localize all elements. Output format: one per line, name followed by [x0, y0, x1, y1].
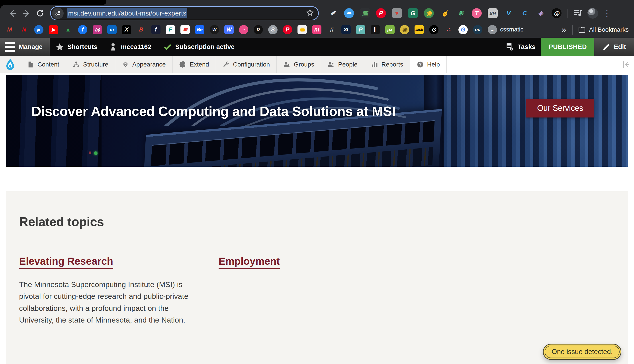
hand-cursor-extension-icon[interactable]: ☝ — [440, 8, 450, 18]
grammarly-extension-icon[interactable]: G — [408, 8, 418, 18]
colorzilla-extension-icon[interactable]: C — [520, 8, 530, 18]
menu-collapse-button[interactable] — [618, 56, 634, 73]
red-waves-favicon[interactable]: ≋ — [180, 25, 190, 34]
browser-menu-icon[interactable]: ⋮ — [601, 9, 613, 17]
employment-link[interactable]: Employment — [218, 255, 280, 267]
globe-gray-favicon[interactable]: S — [268, 25, 278, 34]
manage-label: Manage — [18, 43, 42, 50]
screenshot-extension-icon[interactable]: ▣ — [360, 8, 370, 18]
back-button[interactable] — [6, 6, 20, 20]
menu-item-help[interactable]: Help — [410, 56, 447, 73]
reload-button[interactable] — [33, 6, 47, 20]
url-text[interactable]: msi.dev.umn.edu/about-msi/our-experts — [67, 8, 187, 18]
appearance-icon — [122, 61, 129, 68]
config-icon — [222, 61, 230, 68]
storytel-favicon[interactable]: St — [342, 25, 351, 34]
w-dark-favicon[interactable]: W — [210, 25, 219, 34]
shopping-bag-favicon[interactable]: ▣ — [298, 25, 307, 34]
tasks-button[interactable]: Tasks — [500, 38, 541, 56]
camera-extension-icon[interactable]: ◎ — [552, 8, 562, 18]
f-italic-favicon[interactable]: f — [151, 25, 160, 34]
w-blue-favicon[interactable]: W — [224, 25, 234, 34]
shortcuts-label: Shortcuts — [68, 43, 97, 50]
profile-avatar[interactable] — [588, 8, 598, 18]
tasks-icon — [505, 42, 514, 52]
menu-item-appearance[interactable]: Appearance — [115, 56, 173, 73]
pen-nib-extension-icon[interactable]: ✒ — [344, 8, 354, 18]
bookmark-star-icon[interactable] — [306, 9, 314, 18]
facebook-favicon[interactable]: f — [78, 25, 87, 34]
browser-chrome: msi.dev.umn.edu/about-msi/our-experts ✐✒… — [0, 0, 634, 22]
lighthouse-extension-icon[interactable]: ◉ — [424, 8, 434, 18]
dribbble-favicon[interactable]: ◔ — [239, 25, 248, 34]
edit-button[interactable]: Edit — [594, 38, 634, 56]
x-favicon[interactable]: X — [122, 25, 131, 34]
google-drive-favicon[interactable]: ▲ — [64, 25, 73, 34]
bookmark-clip-extension-icon[interactable]: ▼ — [392, 8, 402, 18]
netflix-favicon[interactable]: N — [20, 25, 29, 34]
colorful-b-favicon[interactable]: B — [136, 25, 146, 34]
manage-button[interactable]: Manage — [0, 38, 50, 56]
shield-yellow-favicon[interactable]: ◉ — [400, 25, 409, 34]
our-services-button[interactable]: Our Services — [526, 99, 594, 118]
issue-toast[interactable]: One issue detected. — [543, 344, 621, 360]
f-teal-favicon[interactable]: F — [166, 25, 175, 34]
bookmarks-bar: MN▶▶▲f◎inXBfF≋BēWW◔DSP▣m▯StP▌px◉IMDb⊙∴Go… — [0, 22, 634, 38]
px-green-favicon[interactable]: px — [385, 25, 394, 34]
pinterest-favicon[interactable]: P — [283, 25, 292, 34]
bookmark-cssmatic[interactable]: ◒ cssmatic — [488, 25, 524, 34]
related-topics-section: Related topics Elevating Research The Mi… — [6, 191, 628, 364]
forward-button[interactable] — [20, 6, 33, 20]
drupal-home-button[interactable] — [0, 56, 20, 73]
menu-item-structure[interactable]: Structure — [66, 56, 115, 73]
instagram-favicon[interactable]: ◎ — [93, 25, 102, 34]
edit-label: Edit — [614, 43, 626, 50]
menu-item-reports[interactable]: Reports — [364, 56, 410, 73]
bh-extension-icon[interactable]: BH — [488, 8, 498, 18]
shortcuts-button[interactable]: Shortcuts — [50, 38, 103, 56]
behance-favicon[interactable]: Bē — [195, 25, 204, 34]
google-g-favicon[interactable]: G — [458, 25, 468, 34]
username-label: mcca1162 — [121, 43, 151, 50]
related-topic-column: Employment — [218, 255, 280, 326]
imdb-favicon[interactable]: IMDb — [414, 25, 424, 34]
vimeo-extension-icon[interactable]: V — [504, 8, 514, 18]
pink-t-extension-icon[interactable]: T — [472, 8, 482, 18]
d-dark-favicon[interactable]: D — [254, 25, 263, 34]
drupal-logo-icon — [4, 58, 16, 71]
linkedin-favicon[interactable]: in — [107, 25, 116, 34]
media-controls-icon[interactable] — [573, 8, 582, 18]
drupal-admin-toolbar: Manage Shortcuts mcca1162 Subscription a… — [0, 38, 634, 56]
browser-toolbar: msi.dev.umn.edu/about-msi/our-experts ✐✒… — [0, 5, 634, 22]
checkmark-icon — [163, 42, 172, 52]
elevating-research-link[interactable]: Elevating Research — [19, 255, 113, 267]
ghost-outline-favicon[interactable]: ▯ — [327, 25, 336, 34]
menu-item-extend[interactable]: Extend — [173, 56, 216, 73]
user-account-button[interactable]: mcca1162 — [103, 38, 157, 56]
asana-favicon[interactable]: ∴ — [444, 25, 453, 34]
owl-favicon[interactable]: oo — [473, 25, 482, 34]
gmail-favicon[interactable]: M — [5, 25, 14, 34]
site-settings-icon[interactable] — [52, 8, 64, 19]
all-bookmarks-button[interactable]: All Bookmarks — [578, 26, 629, 34]
address-bar[interactable]: msi.dev.umn.edu/about-msi/our-experts — [50, 6, 319, 20]
play-circle-favicon[interactable]: ▶ — [34, 25, 44, 34]
eyedropper-extension-icon[interactable]: ✐ — [328, 8, 338, 18]
people-icon — [328, 61, 335, 68]
menu-item-people[interactable]: People — [321, 56, 364, 73]
power-favicon[interactable]: ⊙ — [429, 25, 438, 34]
menu-item-content[interactable]: Content — [20, 56, 66, 73]
mantis-extension-icon[interactable]: ❋ — [456, 8, 466, 18]
youtube-favicon[interactable]: ▶ — [49, 25, 58, 34]
bookmarks-overflow-chevron[interactable]: » — [560, 26, 568, 34]
reports-icon — [371, 61, 378, 68]
menu-item-configuration[interactable]: Configuration — [216, 56, 277, 73]
medium-pink-favicon[interactable]: m — [312, 25, 322, 34]
ink-dark-favicon[interactable]: ▌ — [371, 25, 380, 34]
pinterest-extension-icon[interactable]: P — [376, 8, 386, 18]
menu-item-groups[interactable]: Groups — [277, 56, 321, 73]
diamond-eye-extension-icon[interactable]: ◈ — [536, 8, 546, 18]
p-teal-favicon[interactable]: P — [356, 25, 365, 34]
drupal-admin-menu: Content Structure Appearance Extend Conf… — [0, 56, 634, 73]
related-topic-column: Elevating Research The Minnesota Superco… — [19, 255, 196, 326]
